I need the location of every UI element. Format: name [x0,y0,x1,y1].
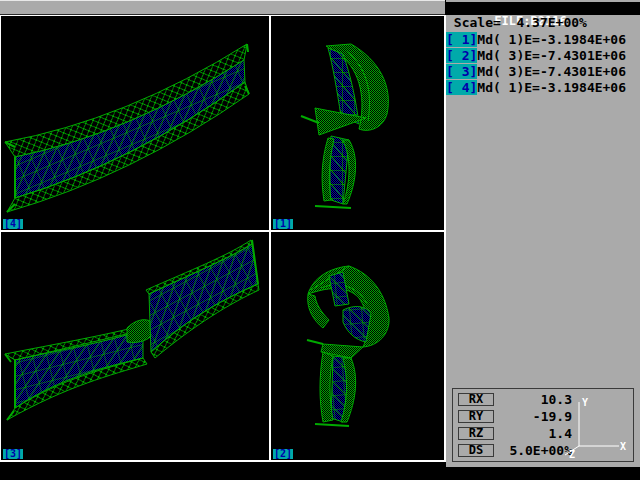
view-controls-box: RX 10.3 RY -19.9 RZ 1.4 DS 5.0E+00% Y X … [452,388,634,462]
mode-list-item[interactable]: [ 1]Md( 1)E=-3.1984E+06 [446,31,640,47]
file-header: FILE:B2116 [446,2,640,15]
mode-info: Md( 1)E=-3.1984E+06 [477,80,626,95]
mesh-end-view-mode2 [271,232,444,459]
viewport-label-chip: [4] [3,219,23,229]
app-screen: Belluzzi es.2116: buck. trave appog. con… [0,0,640,480]
mode-index-badge[interactable]: [ 4] [446,80,477,95]
mode-index-badge[interactable]: [ 1] [446,32,477,47]
viewport-grid: [4] [0,15,446,462]
title-bar: Belluzzi es.2116: buck. trave appog. con… [0,0,445,15]
viewport-label-chip: [1] [273,219,293,229]
viewport-top-right[interactable]: [1] [271,16,444,230]
rz-button[interactable]: RZ [458,427,494,440]
mesh-side-view-mode3 [1,232,269,459]
mode-index-badge[interactable]: [ 2] [446,48,477,63]
mode-list-item[interactable]: [ 2]Md( 3)E=-7.4301E+06 [446,47,640,63]
viewport-bottom-right[interactable]: [2] [271,232,444,460]
mode-index-badge[interactable]: [ 3] [446,64,477,79]
viewport-label-chip: [2] [273,449,293,459]
axis-z-label: Z [569,449,575,460]
scale-readout: Scale= 4.37E+00% [446,15,640,31]
mode-info: Md( 3)E=-7.4301E+06 [477,64,626,79]
axes-triad-icon: Y X Z [557,394,629,460]
axis-x-label: X [620,441,626,452]
ds-button[interactable]: DS [458,444,494,457]
mesh-side-view-mode4 [1,16,269,230]
mesh-end-view-mode1 [271,16,444,230]
mode-list-item[interactable]: [ 4]Md( 1)E=-3.1984E+06 [446,79,640,95]
axis-y-label: Y [582,397,588,408]
rx-button[interactable]: RX [458,393,494,406]
viewport-top-left[interactable]: [4] [1,16,269,230]
mode-info: Md( 3)E=-7.4301E+06 [477,48,626,63]
right-panel: FILE:B2116 Scale= 4.37E+00% [ 1]Md( 1)E=… [446,0,640,467]
viewport-bottom-left[interactable]: [3] [1,232,269,460]
mode-info: Md( 1)E=-3.1984E+06 [477,32,626,47]
mode-list-item[interactable]: [ 3]Md( 3)E=-7.4301E+06 [446,63,640,79]
viewport-label-chip: [3] [3,449,23,459]
ry-button[interactable]: RY [458,410,494,423]
